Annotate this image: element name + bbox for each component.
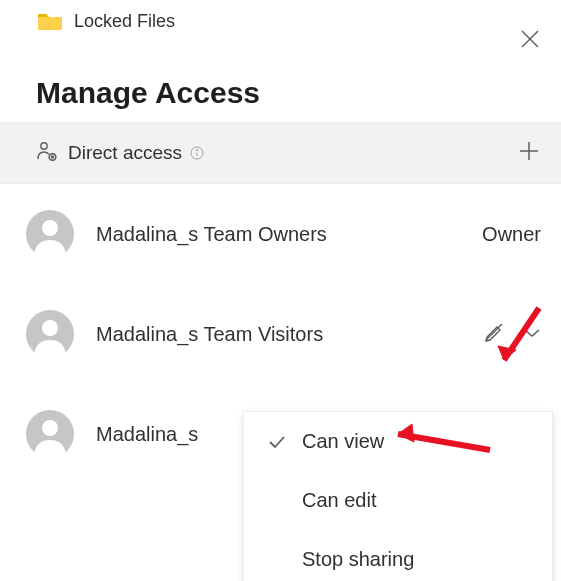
folder-icon	[36, 10, 64, 32]
role-label: Owner	[482, 223, 541, 246]
avatar	[26, 310, 74, 358]
svg-line-16	[486, 324, 502, 340]
svg-point-14	[42, 220, 58, 236]
dropdown-option-label: Stop sharing	[302, 548, 414, 571]
svg-point-17	[42, 420, 58, 436]
header-bar: Locked Files	[0, 0, 561, 36]
member-name: Madalina_s Team Visitors	[96, 323, 483, 346]
dropdown-option-label: Can view	[302, 430, 384, 453]
person-gear-icon	[36, 140, 58, 166]
svg-point-15	[42, 320, 58, 336]
svg-point-4	[52, 156, 54, 158]
permission-dropdown: Can view Can edit Stop sharing	[243, 411, 553, 581]
avatar	[26, 210, 74, 258]
info-icon[interactable]	[190, 146, 204, 160]
dropdown-option-stop-sharing[interactable]: Stop sharing	[244, 530, 552, 581]
member-name: Madalina_s Team Owners	[96, 223, 482, 246]
avatar	[26, 410, 74, 458]
direct-access-label: Direct access	[68, 142, 182, 164]
svg-point-2	[41, 143, 47, 149]
close-button[interactable]	[519, 28, 541, 54]
page-title: Manage Access	[0, 36, 561, 122]
check-icon	[268, 435, 292, 449]
direct-access-section: Direct access	[0, 122, 561, 184]
member-row: Madalina_s Team Visitors	[0, 284, 561, 384]
svg-point-11	[196, 150, 197, 151]
read-only-icon	[483, 321, 505, 347]
dropdown-option-can-edit[interactable]: Can edit	[244, 471, 552, 530]
chevron-down-icon[interactable]	[523, 325, 541, 343]
dropdown-option-can-view[interactable]: Can view	[244, 412, 552, 471]
member-row: Madalina_s Team Owners Owner	[0, 184, 561, 284]
dropdown-option-label: Can edit	[302, 489, 377, 512]
add-button[interactable]	[517, 139, 541, 167]
folder-name: Locked Files	[74, 11, 175, 32]
